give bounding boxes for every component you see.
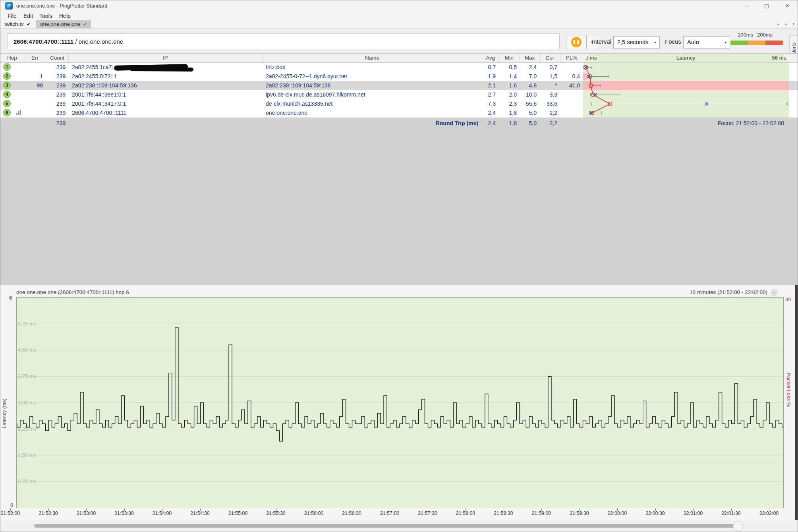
hop-cell: 2 (0, 72, 24, 81)
gutter-cell (789, 63, 798, 72)
col-latency-graph[interactable]: 0 ms Latency 56 ms (583, 54, 789, 62)
hop-cell: 6 (0, 108, 24, 118)
target-address-field[interactable]: 2606:4700:4700::1111 / one.one.one.one (8, 33, 560, 49)
focus-select[interactable]: Auto ▾ (683, 36, 730, 48)
latency-color-scale (730, 41, 783, 45)
x-tick-label: 21:58:00 (450, 511, 481, 516)
name-cell: de-cix-munich.as13335.net (263, 99, 482, 108)
x-tick-label: 21:56:00 (298, 511, 330, 516)
err-cell (24, 90, 46, 99)
summary-cur: 2,2 (540, 118, 560, 128)
col-pl[interactable]: PL% (560, 54, 583, 62)
tab-twitch-tv[interactable]: twitch.tv✔ (0, 20, 35, 28)
avg-cell: 7,3 (482, 99, 499, 108)
x-tick-mark (655, 509, 656, 511)
menu-file[interactable]: File (8, 13, 17, 19)
pl-cell (560, 63, 583, 72)
x-tick-label: 21:59:30 (564, 511, 595, 516)
scale-100ms: 100ms (738, 32, 753, 38)
x-tick-label: 21:55:00 (222, 511, 254, 516)
max-cell: 7,0 (520, 72, 540, 81)
err-cell (24, 108, 46, 118)
min-cell: 2,3 (499, 99, 520, 108)
y-axis-min: 0 (10, 502, 13, 508)
scrollbar-knob[interactable] (733, 521, 743, 531)
timeline-range-chevron-icon[interactable]: ⌄ (770, 289, 778, 296)
count-cell: 239 (46, 72, 69, 81)
scale-200ms: 200ms (757, 32, 773, 38)
window-edge (795, 285, 798, 520)
alerts-label: Alerts (791, 36, 797, 56)
focus-value: Auto (687, 39, 699, 45)
redaction-scribble (114, 64, 188, 71)
x-tick-label: 21:54:30 (184, 511, 216, 516)
x-tick-mark (466, 509, 466, 511)
gutter-cell (789, 99, 798, 108)
cur-cell: 1,5 (540, 72, 560, 81)
col-count[interactable]: Count (46, 54, 69, 62)
right-axis-max: 30 (785, 296, 791, 302)
svg-text:1,50 ms: 1,50 ms (18, 452, 37, 458)
col-min[interactable]: Min (499, 54, 520, 62)
col-hop[interactable]: Hop (0, 54, 24, 62)
pause-button[interactable]: ❚❚ (566, 35, 587, 49)
y-axis-label: Latency (ms) (1, 399, 7, 428)
min-cell: 1,6 (499, 81, 520, 90)
hop-latency-minigraph (583, 63, 789, 118)
target-separator: / (73, 38, 79, 45)
round-trip-label: Round Trip (ms) (263, 118, 482, 128)
name-cell: 2a02:238::109:104:59:136 (263, 81, 482, 90)
svg-text:0,75 ms: 0,75 ms (18, 478, 37, 484)
x-tick-mark (580, 509, 580, 511)
x-tick-label: 21:56:30 (336, 511, 368, 516)
min-cell: 1,4 (499, 72, 520, 81)
pl-cell: 0,4 (560, 72, 583, 81)
max-cell: 4,8 (520, 81, 540, 90)
tab-scroll-left-icon[interactable]: ◂ (777, 21, 779, 27)
chevron-down-icon: ▾ (725, 37, 727, 48)
count-cell: 239 (46, 90, 69, 99)
col-max[interactable]: Max (520, 54, 540, 62)
latency-max-label: 56 ms (772, 54, 786, 62)
minimize-button[interactable]: ─ (738, 0, 756, 12)
tab-scroll-right-icon[interactable]: ▸ (785, 21, 787, 27)
summary-max: 5,0 (520, 118, 540, 128)
x-tick-label: 21:52:30 (33, 511, 64, 516)
x-tick-mark (428, 509, 428, 511)
summary-avg: 2,4 (482, 118, 499, 128)
count-cell: 239 (46, 108, 69, 118)
timeline-range[interactable]: 10 minutes (21:52:00 - 22:02:00) (690, 289, 767, 295)
timeline-panel: one.one.one.one (2606:4700:4700::1111) h… (0, 285, 798, 532)
tab-one-one-one-one[interactable]: one.one.one.one✔ (36, 20, 91, 28)
close-button[interactable]: ✕ (778, 0, 796, 12)
menu-edit[interactable]: Edit (23, 13, 33, 19)
col-ip[interactable]: IP (69, 54, 263, 62)
hop-cell: 5 (0, 99, 24, 108)
hop-number-badge: 3 (3, 81, 11, 89)
scale-green-segment (730, 41, 748, 45)
count-cell: 239 (46, 99, 69, 108)
interval-value: 2,5 seconds (617, 39, 648, 45)
name-cell: fritz.box (263, 63, 482, 72)
tab-list-icon[interactable]: ▾ (792, 21, 795, 27)
maximize-button[interactable]: ▢ (757, 0, 776, 12)
col-name[interactable]: Name (263, 54, 482, 62)
x-tick-label: 21:54:00 (146, 511, 178, 516)
x-tick-mark (352, 509, 352, 511)
gutter-cell (789, 108, 798, 118)
cur-cell: 3,3 (540, 90, 560, 99)
min-cell: 2,0 (499, 90, 520, 99)
scrollbar-track-bar[interactable] (34, 524, 738, 528)
focus-label: Focus (665, 38, 681, 45)
hop-number-badge: 2 (3, 72, 11, 80)
col-err[interactable]: Err (24, 54, 46, 62)
interval-select[interactable]: 2,5 seconds ▾ (613, 36, 660, 48)
time-scrollbar[interactable] (0, 520, 798, 532)
menu-help[interactable]: Help (59, 13, 71, 19)
chevron-down-icon: ▾ (654, 37, 656, 48)
menu-tools[interactable]: Tools (39, 13, 52, 19)
col-cur[interactable]: Cur (540, 54, 560, 62)
latency-timeline-plot[interactable]: 5,25 ms4,50 ms3,75 ms3,00 ms2,25 ms1,50 … (16, 297, 784, 508)
menu-bar: File Edit Tools Help (0, 12, 798, 20)
col-avg[interactable]: Avg (482, 54, 499, 62)
